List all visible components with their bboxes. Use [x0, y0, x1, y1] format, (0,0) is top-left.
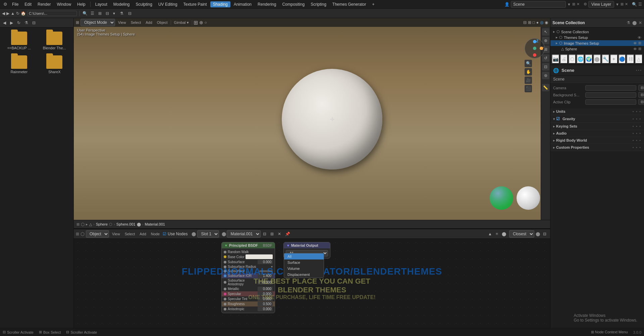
value-specular[interactable]	[258, 292, 273, 296]
search-icon[interactable]: 🔍	[632, 2, 637, 7]
material-output-node[interactable]: ▼ Material Output All Surface Volume Dis…	[283, 242, 330, 258]
vp-shading-render[interactable]: ◉	[545, 20, 548, 25]
view-layer-btn[interactable]: View Layer	[588, 1, 614, 8]
vp-gimbal-btn[interactable]: Gimbal ▾	[172, 20, 191, 25]
value-specular-tint[interactable]	[258, 297, 273, 301]
tree-options-2[interactable]: ⊞	[638, 41, 641, 45]
ne-mat-copy-btn[interactable]: ⊞	[269, 231, 275, 237]
tree-eye-1[interactable]: 👁	[638, 36, 641, 40]
breadcrumb-sphere001-label[interactable]: Sphere.001	[116, 222, 136, 226]
sort-btn[interactable]: ⊟	[126, 10, 133, 16]
value-ior[interactable]	[258, 274, 273, 278]
workspace-scripting[interactable]: Scripting	[308, 1, 329, 7]
folder-blender[interactable]: Blender The...	[38, 30, 71, 51]
vp-select-btn[interactable]: Select	[129, 20, 143, 25]
rp-view-icon[interactable]: ⬤	[632, 20, 637, 25]
node-row-ior[interactable]: Subsurface IOR	[222, 273, 275, 278]
workspace-sculpting[interactable]: Sculpting	[133, 1, 155, 7]
ne-slot-select[interactable]: Slot 1	[197, 230, 219, 238]
scene-expand-icon[interactable]: ▼	[567, 2, 571, 6]
prop-output-icon[interactable]: 🖨	[560, 54, 568, 64]
tree-eye-2[interactable]: 👁	[633, 41, 637, 45]
ne-use-nodes-check[interactable]: ☑	[163, 232, 166, 236]
node-row-subsurface[interactable]: Subsurface	[222, 259, 275, 265]
prop-constraints-icon[interactable]: ⛓	[627, 54, 634, 64]
ne-mat-close-btn[interactable]: ✕	[276, 231, 283, 237]
prop-bg-eyedrop[interactable]: ⊟	[638, 92, 644, 98]
mat-output-collapse[interactable]: ▼	[286, 244, 290, 247]
vp-camera-btn[interactable]: 🎥	[525, 77, 532, 84]
breadcrumb-sphere-label[interactable]: Sphere	[96, 222, 108, 226]
prop-scene-icon[interactable]: 🌐	[577, 54, 584, 64]
search-icon-2[interactable]: 🔍	[83, 11, 88, 16]
folder-rainmeter[interactable]: Rainmeter	[3, 54, 36, 75]
dropdown-volume[interactable]: Volume	[284, 266, 324, 272]
vp-object-btn[interactable]: Object	[155, 20, 169, 25]
workspace-uv-editing[interactable]: UV Editing	[156, 1, 180, 7]
menu-window[interactable]: Window	[54, 1, 74, 7]
vp-add-btn[interactable]: Add	[144, 20, 154, 25]
scene-selector[interactable]	[511, 1, 566, 8]
ne-mat-pin-btn[interactable]: 📌	[283, 231, 292, 237]
node-row-anisotropic[interactable]: Anisotropic	[222, 306, 275, 311]
value-subsurface[interactable]	[258, 260, 273, 264]
side-tool-select[interactable]: ↖	[542, 28, 549, 36]
filter-btn[interactable]: ⚗	[118, 10, 125, 16]
value-roughness[interactable]	[258, 302, 273, 306]
view-layer-options-icon[interactable]: ⊞	[621, 2, 624, 6]
node-row-specular[interactable]: Specular	[222, 291, 275, 296]
prop-activeclip-btn[interactable]: ⊟	[638, 99, 644, 105]
folder-sharex[interactable]: ShareX	[38, 54, 71, 75]
node-row-basecolor[interactable]: Base Color	[222, 254, 275, 259]
prop-data-icon[interactable]: △	[635, 54, 643, 64]
menu-file[interactable]: File	[9, 1, 21, 7]
prop-camera-eyedrop[interactable]: ⊟	[638, 85, 644, 91]
tree-item-image-themes[interactable]: ▸ ⬡ Image Themes Setup 👁 ⊞	[550, 40, 644, 46]
nav-back-icon[interactable]: ◀	[2, 11, 5, 16]
thumb-view-btn[interactable]: ⊟	[104, 10, 111, 16]
left-panel-forward[interactable]: ▶	[8, 20, 15, 26]
tree-eye-3[interactable]: 👁	[633, 47, 637, 51]
left-panel-filter[interactable]: ⚗	[23, 20, 30, 26]
ne-node-btn[interactable]: Node	[149, 232, 161, 236]
prop-particles-icon[interactable]: ✦	[610, 54, 618, 64]
workspace-layout[interactable]: Layout	[93, 1, 110, 7]
vp-pan-btn[interactable]: ✋	[525, 68, 532, 76]
ne-mat-browse-btn[interactable]: ⊟	[261, 231, 268, 237]
tree-item-scene-collection[interactable]: ▸ ⬡ Scene Collection	[550, 29, 644, 35]
settings-icon[interactable]: ⚙	[584, 2, 587, 6]
workspace-shading[interactable]: Shading	[210, 1, 230, 7]
prop-physics-icon[interactable]: 🔵	[619, 54, 626, 64]
list-view-btn[interactable]: ☰	[89, 10, 96, 16]
folder-backup[interactable]: ==BACKUP ...	[3, 30, 36, 51]
node-row-sub-anisotropy[interactable]: Subsurface Anisotropy	[222, 278, 275, 286]
prop-view-layer-icon[interactable]: ⬡	[569, 54, 576, 64]
menu-edit[interactable]: Edit	[22, 1, 34, 7]
viewport-gizmo[interactable]: Z Y 🔍 ✋ 🎥 ⬛	[525, 38, 545, 92]
menu-help[interactable]: Help	[74, 1, 88, 7]
principled-bsdf-node[interactable]: ▼ Principled BSDF BSDF Random Walk Base …	[221, 242, 275, 313]
subsurface-radius-arrow[interactable]: ▾	[271, 265, 273, 269]
view-layer-expand-icon[interactable]: ▼	[615, 2, 619, 6]
ne-closest-select[interactable]: Closest	[509, 230, 534, 238]
node-row-specular-tint[interactable]: Specular Tint	[222, 296, 275, 301]
subsurface-aniso-slider[interactable]	[259, 270, 273, 272]
nav-home-icon[interactable]: 🏠	[21, 11, 26, 16]
workspace-rendering[interactable]: Rendering	[255, 1, 279, 7]
ne-select-btn[interactable]: Select	[123, 232, 137, 236]
path-input[interactable]	[27, 11, 77, 16]
value-sub-anisotropy[interactable]	[258, 280, 273, 285]
prop-modifier-icon[interactable]: 🔧	[602, 54, 609, 64]
vp-proportional-icon[interactable]: ○	[205, 20, 207, 25]
prop-section-custom-props-header[interactable]: ▸ Custom Properties • • •	[550, 144, 644, 151]
vp-snap-icon[interactable]: ⊕	[199, 20, 203, 25]
prop-world-icon[interactable]: 🌍	[585, 54, 593, 64]
prop-camera-input[interactable]	[585, 85, 636, 91]
tree-options-3[interactable]: ⊞	[638, 47, 641, 51]
vp-shading-material[interactable]: ◎	[540, 20, 543, 25]
view-layer-close-icon[interactable]: ✕	[625, 2, 628, 6]
prop-bg-input[interactable]	[585, 92, 636, 98]
workspace-modeling[interactable]: Modeling	[111, 1, 132, 7]
node-row-subsurface-radius[interactable]: Subsurface Radius ▾	[222, 265, 275, 269]
filter-icon[interactable]: ☰	[638, 2, 642, 7]
